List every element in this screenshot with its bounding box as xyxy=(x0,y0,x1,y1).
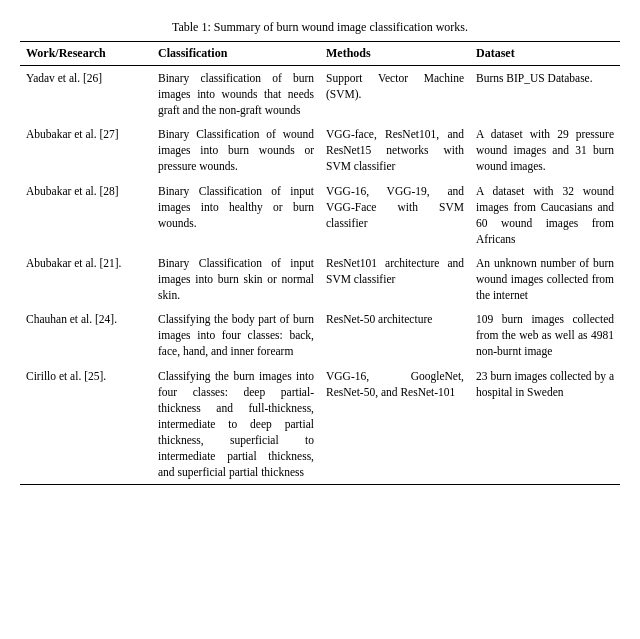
table-row: Chauhan et al. [24].Classifying the body… xyxy=(20,307,620,363)
table-header-row: Work/Research Classification Methods Dat… xyxy=(20,42,620,66)
cell-classification: Classifying the body part of burn images… xyxy=(152,307,320,363)
header-classification: Classification xyxy=(152,42,320,66)
table-caption: Table 1: Summary of burn wound image cla… xyxy=(20,20,620,35)
cell-work: Abubakar et al. [21]. xyxy=(20,251,152,307)
classification-table: Work/Research Classification Methods Dat… xyxy=(20,41,620,485)
cell-work: Chauhan et al. [24]. xyxy=(20,307,152,363)
cell-work: Abubakar et al. [28] xyxy=(20,179,152,251)
cell-methods: VGG-face, ResNet101, and ResNet15 networ… xyxy=(320,122,470,178)
cell-dataset: Burns BIP_US Database. xyxy=(470,66,620,123)
cell-dataset: 23 burn images collected by a hospital i… xyxy=(470,364,620,485)
cell-methods: ResNet101 architecture and SVM classifie… xyxy=(320,251,470,307)
cell-work: Abubakar et al. [27] xyxy=(20,122,152,178)
cell-work: Cirillo et al. [25]. xyxy=(20,364,152,485)
header-work: Work/Research xyxy=(20,42,152,66)
cell-methods: Support Vector Machine (SVM). xyxy=(320,66,470,123)
table-row: Yadav et al. [26]Binary classification o… xyxy=(20,66,620,123)
cell-classification: Binary Classification of input images in… xyxy=(152,179,320,251)
header-methods: Methods xyxy=(320,42,470,66)
cell-work: Yadav et al. [26] xyxy=(20,66,152,123)
cell-methods: VGG-16, GoogleNet, ResNet-50, and ResNet… xyxy=(320,364,470,485)
cell-dataset: An unknown number of burn wound images c… xyxy=(470,251,620,307)
table-row: Cirillo et al. [25].Classifying the burn… xyxy=(20,364,620,485)
header-dataset: Dataset xyxy=(470,42,620,66)
cell-dataset: A dataset with 32 wound images from Cauc… xyxy=(470,179,620,251)
cell-classification: Binary Classification of input images in… xyxy=(152,251,320,307)
cell-classification: Classifying the burn images into four cl… xyxy=(152,364,320,485)
cell-methods: VGG-16, VGG-19, and VGG-Face with SVM cl… xyxy=(320,179,470,251)
table-row: Abubakar et al. [27]Binary Classificatio… xyxy=(20,122,620,178)
cell-dataset: 109 burn images collected from the web a… xyxy=(470,307,620,363)
table-row: Abubakar et al. [28]Binary Classificatio… xyxy=(20,179,620,251)
cell-dataset: A dataset with 29 pressure wound images … xyxy=(470,122,620,178)
table-row: Abubakar et al. [21].Binary Classificati… xyxy=(20,251,620,307)
cell-methods: ResNet-50 architecture xyxy=(320,307,470,363)
cell-classification: Binary Classification of wound images in… xyxy=(152,122,320,178)
table-container: Table 1: Summary of burn wound image cla… xyxy=(20,20,620,485)
cell-classification: Binary classification of burn images int… xyxy=(152,66,320,123)
